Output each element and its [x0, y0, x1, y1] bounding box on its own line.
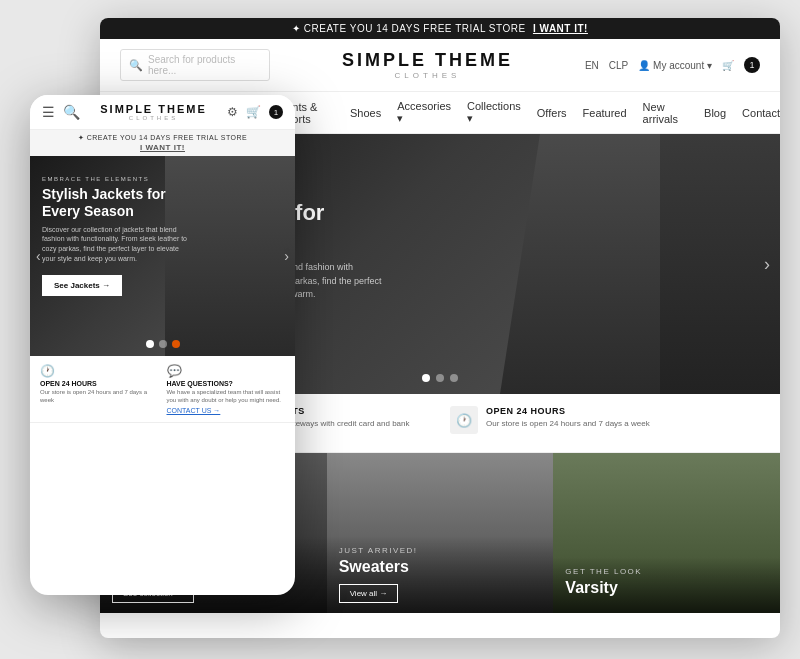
- mobile-dot-3[interactable]: [172, 340, 180, 348]
- mobile-header: ☰ 🔍 SIMPLE THEME CLOTHES ⚙ 🛒 1: [30, 95, 295, 130]
- feature-hours-desc: Our store is open 24 hours and 7 days a …: [486, 418, 650, 429]
- nav-contact[interactable]: Contact: [742, 107, 780, 119]
- nav-accesories[interactable]: Accesories ▾: [397, 100, 451, 125]
- brand-name: SIMPLE THEME: [342, 50, 513, 71]
- nav-collections[interactable]: Collections ▾: [467, 100, 521, 125]
- feature-hours-content: OPEN 24 HOURS Our store is open 24 hours…: [486, 406, 650, 429]
- announce-bar: ✦ CREATE YOU 14 DAYS FREE TRIAL STORE I …: [100, 18, 780, 39]
- nav-shoes[interactable]: Shoes: [350, 107, 381, 119]
- search-placeholder: Search for products here...: [148, 54, 261, 76]
- mobile-announce: ✦ CREATE YOU 14 DAYS FREE TRIAL STORE I …: [30, 130, 295, 156]
- collection-varsity-title: Varsity: [565, 579, 768, 597]
- mobile-features: 🕐 OPEN 24 HOURS Our store is open 24 hou…: [30, 356, 295, 423]
- mobile-search-icon[interactable]: 🔍: [63, 104, 80, 120]
- mobile-hero-subtitle: EMBRACE THE ELEMENTS: [42, 176, 283, 182]
- mobile-cart-icon[interactable]: 🛒: [246, 105, 261, 119]
- mobile-dot-2[interactable]: [159, 340, 167, 348]
- collection-sweaters-overlay: JUST ARRIVED! Sweaters View all →: [327, 536, 554, 613]
- mobile-brand-name: SIMPLE THEME: [100, 103, 207, 115]
- mobile-feature-hours: 🕐 OPEN 24 HOURS Our store is open 24 hou…: [40, 364, 159, 414]
- collection-varsity-tag: GET THE LOOK: [565, 567, 768, 576]
- mobile-hero-content: EMBRACE THE ELEMENTS Stylish Jackets for…: [30, 156, 295, 296]
- mobile-header-right: ⚙ 🛒 1: [227, 105, 283, 119]
- hero-dots: [422, 374, 458, 382]
- dot-3[interactable]: [450, 374, 458, 382]
- cart-count: 1: [744, 57, 760, 73]
- nav-blog[interactable]: Blog: [704, 107, 726, 119]
- mobile-feature-hours-title: OPEN 24 HOURS: [40, 380, 159, 387]
- collection-sweaters-btn[interactable]: View all →: [339, 584, 399, 603]
- mobile-chat-icon: 💬: [167, 364, 286, 378]
- account-link[interactable]: 👤 My account ▾: [638, 60, 712, 71]
- search-icon: 🔍: [129, 59, 143, 72]
- dot-1[interactable]: [422, 374, 430, 382]
- mobile-header-left: ☰ 🔍: [42, 104, 80, 120]
- mobile-hamburger-icon[interactable]: ☰: [42, 104, 55, 120]
- brand-logo: SIMPLE THEME CLOTHES: [342, 50, 513, 80]
- collection-varsity-overlay: GET THE LOOK Varsity: [553, 557, 780, 613]
- collection-sweaters-tag: JUST ARRIVED!: [339, 546, 542, 555]
- mobile-brand-logo: SIMPLE THEME CLOTHES: [100, 103, 207, 121]
- currency-selector[interactable]: CLP: [609, 60, 628, 71]
- mobile-next-arrow[interactable]: ›: [284, 248, 289, 264]
- language-selector[interactable]: EN: [585, 60, 599, 71]
- mobile-feature-hours-desc: Our store is open 24 hours and 7 days a …: [40, 389, 159, 405]
- mobile-hero-title: Stylish Jackets for Every Season: [42, 186, 172, 220]
- mobile-hero: EMBRACE THE ELEMENTS Stylish Jackets for…: [30, 156, 295, 356]
- mobile-dot-1[interactable]: [146, 340, 154, 348]
- collection-sweaters[interactable]: JUST ARRIVED! Sweaters View all →: [327, 453, 554, 613]
- hero-next-arrow[interactable]: ›: [764, 254, 770, 275]
- desktop-header: 🔍 Search for products here... SIMPLE THE…: [100, 39, 780, 92]
- clock-icon: 🕐: [450, 406, 478, 434]
- feature-hours: 🕐 OPEN 24 HOURS Our store is open 24 hou…: [450, 406, 760, 440]
- mobile-prev-arrow[interactable]: ‹: [36, 248, 41, 264]
- mobile-contact-link[interactable]: CONTACT US →: [167, 407, 286, 414]
- search-bar[interactable]: 🔍 Search for products here...: [120, 49, 270, 81]
- feature-hours-label: OPEN 24 HOURS: [486, 406, 650, 416]
- announce-text: ✦ CREATE YOU 14 DAYS FREE TRIAL STORE: [292, 23, 526, 34]
- mobile-feature-questions: 💬 HAVE QUESTIONS? We have a specialized …: [167, 364, 286, 414]
- collection-sweaters-title: Sweaters: [339, 558, 542, 576]
- announce-cta[interactable]: I WANT IT!: [533, 23, 588, 34]
- header-right: EN CLP 👤 My account ▾ 🛒 1: [585, 57, 760, 73]
- mobile-hero-desc: Discover our collection of jackets that …: [42, 225, 192, 264]
- cart-icon[interactable]: 🛒: [722, 60, 734, 71]
- nav-new-arrivals[interactable]: New arrivals: [643, 101, 688, 125]
- mobile-hero-dots: [146, 340, 180, 348]
- collection-varsity[interactable]: GET THE LOOK Varsity: [553, 453, 780, 613]
- mobile-cart-count: 1: [269, 105, 283, 119]
- mobile-brand-tagline: CLOTHES: [100, 115, 207, 121]
- mobile-device: ☰ 🔍 SIMPLE THEME CLOTHES ⚙ 🛒 1 ✦ CREATE …: [30, 95, 295, 595]
- brand-tagline: CLOTHES: [342, 71, 513, 80]
- mobile-feature-questions-title: HAVE QUESTIONS?: [167, 380, 286, 387]
- hero-person2-image: [660, 134, 780, 394]
- mobile-settings-icon[interactable]: ⚙: [227, 105, 238, 119]
- mobile-clock-icon: 🕐: [40, 364, 159, 378]
- mobile-feature-questions-desc: We have a specialized team that will ass…: [167, 389, 286, 405]
- mobile-hero-cta[interactable]: See Jackets →: [42, 275, 122, 296]
- dot-2[interactable]: [436, 374, 444, 382]
- nav-offers[interactable]: Offers: [537, 107, 567, 119]
- mobile-announce-text: ✦ CREATE YOU 14 DAYS FREE TRIAL STORE: [78, 134, 247, 142]
- nav-featured[interactable]: Featured: [583, 107, 627, 119]
- mobile-announce-cta[interactable]: I WANT IT!: [140, 143, 185, 152]
